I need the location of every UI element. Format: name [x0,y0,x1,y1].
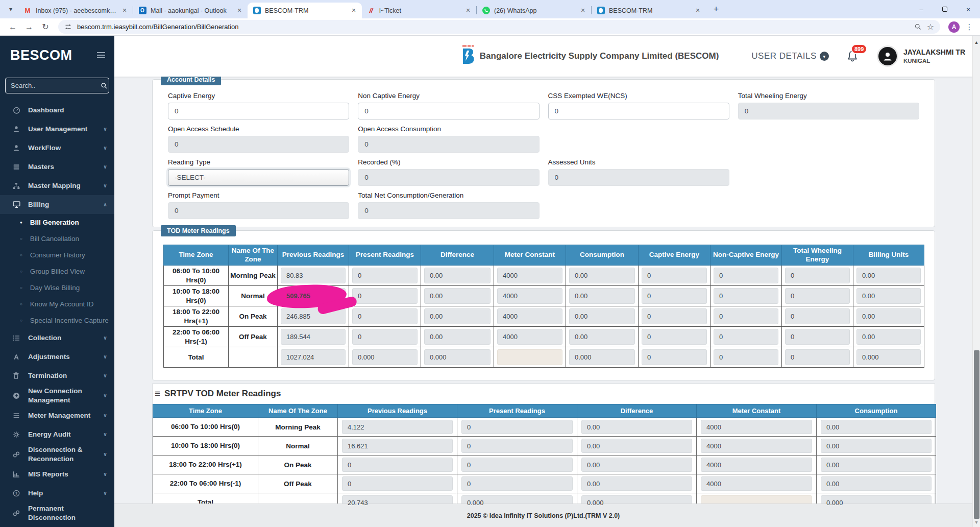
link-icon [12,450,21,459]
scrollbar-up-arrow[interactable]: ▲ [973,40,980,45]
field-non-captive-energy: Non Captive Energy [358,92,539,119]
bookmark-star-icon[interactable]: ☆ [927,22,934,32]
hamburger-menu-icon[interactable] [97,52,105,58]
tod-row-normal: 10:00 To 18:00 Hrs(0) Normal 509.765 0 0… [164,286,924,306]
chevron-down-icon: ∨ [103,183,107,188]
srtpv-row-off-peak: 22:00 To 06:00 Hrs(-1) Off Peak 0 0 0.00… [153,474,936,493]
browser-menu-icon[interactable]: ⋮ [964,22,975,32]
sidebar-item-dashboard[interactable]: Dashboard [0,101,114,119]
window-maximize-button[interactable] [933,0,957,18]
window-close-button[interactable]: × [957,0,980,18]
tod-meter-readings-card: TOD Meter Readings Time Zone Name Of The… [152,230,935,380]
css-exempted-input[interactable] [548,103,729,119]
bullet-icon: ○ [20,236,22,241]
bescom-icon [253,7,261,14]
url-text[interactable]: bescom.trm.ieasybill.com/BillGeneration/… [77,23,909,31]
org-branding: Bangalore Electricity Supply Company Lim… [460,45,719,67]
sidebar-subitem-know-my-account-id[interactable]: ○ Know My Account ID [0,296,114,312]
browser-tab-bescom-trm-active[interactable]: BESCOM-TRM × [248,3,362,18]
total-wheeling-energy-input [738,103,919,119]
field-recorded-percent: Recorded (%) [358,158,539,186]
page-scrollbar[interactable]: ▲ ▼ [972,36,980,527]
tab-title: BESCOM-TRM [265,7,346,14]
gauge-icon [12,106,21,114]
sidebar-subitem-day-wise-billing[interactable]: ○ Day Wise Billing [0,279,114,296]
account-details-card: Account Details Captive Energy Non Capti… [152,79,935,227]
chevron-down-icon: ∨ [103,145,107,151]
help-icon: ? [12,489,21,497]
sidebar-item-master-mapping[interactable]: Master Mapping ∨ [0,176,114,195]
notifications-bell[interactable]: 899 [846,50,859,63]
user-location: KUNIGAL [903,57,965,64]
bullet-icon: ○ [20,285,22,290]
sidebar-subitem-consumer-history[interactable]: ○ Consumer History [0,247,114,263]
open-access-consumption-input [358,136,539,153]
sidebar-item-meter-management[interactable]: Meter Management ∨ [0,406,114,425]
tab-title: BESCOM-TRM [609,7,690,14]
sidebar-item-permanent-disconnection[interactable]: Permanent Disconnection [0,502,114,523]
srtpv-row-morning-peak: 06:00 To 10:00 Hrs(0) Morning Peak 4.122… [153,418,936,437]
field-assessed-units: Assessed Units [548,158,729,186]
sidebar-item-billing[interactable]: Billing ∧ [0,195,114,214]
user-details-dropdown[interactable]: USER DETAILS ▾ [751,51,829,61]
forward-button[interactable]: → [21,20,37,34]
tab-search-button[interactable]: ▾ [3,2,18,17]
billing-submenu: ● Bill Generation ○ Bill Cancellation ○ … [0,214,114,328]
srtpv-table: Time Zone Name Of The Zone Previous Read… [153,404,936,512]
chevron-down-icon: ∨ [103,164,107,170]
reading-type-select[interactable]: -SELECT- [168,169,349,186]
browser-tab-iticket[interactable]: // i~Ticket × [362,3,476,18]
zoom-indicator-icon[interactable] [914,23,922,31]
sidebar-item-energy-audit[interactable]: Energy Audit ∨ [0,425,114,444]
sidebar-item-mis-reports[interactable]: MIS Reports ∨ [0,465,114,484]
tab-close-icon[interactable]: × [235,7,243,15]
reload-button[interactable]: ↻ [38,20,53,34]
field-open-access-schedule: Open Access Schedule [168,125,349,153]
bescom-logo [460,45,476,67]
plus-circle-icon [12,392,21,400]
layers-icon [12,163,21,171]
recorded-percent-input [358,169,539,186]
browser-tab-gmail[interactable]: M Inbox (975) - aeebescomkuniga × [18,3,133,18]
sidebar-item-adjustments[interactable]: Adjustments ∨ [0,347,114,366]
tab-close-icon[interactable]: × [579,7,587,15]
scrollbar-down-arrow[interactable]: ▼ [973,520,980,525]
tab-close-icon[interactable]: × [464,7,472,15]
sidebar-item-new-connection-management[interactable]: New Connection Management ∨ [0,385,114,406]
address-bar[interactable]: bescom.trm.ieasybill.com/BillGeneration/… [58,20,940,34]
sidebar-item-user-management[interactable]: User Management ∨ [0,119,114,138]
sidebar-subitem-bill-generation[interactable]: ● Bill Generation [0,214,114,230]
sidebar-subitem-special-incentive-capture[interactable]: ○ Special Incentive Capture [0,312,114,328]
field-total-wheeling-energy: Total Wheeling Energy [738,92,919,119]
chevron-down-icon: ∨ [103,490,107,496]
site-info-icon[interactable] [64,23,72,31]
browser-tab-bescom-trm-2[interactable]: BESCOM-TRM × [592,3,706,18]
sidebar-subitem-bill-cancellation[interactable]: ○ Bill Cancellation [0,230,114,247]
link-icon [12,509,21,517]
tab-close-icon[interactable]: × [120,7,129,15]
browser-tab-outlook[interactable]: O Mail - aaokunigal - Outlook × [133,3,248,18]
sidebar-search-input[interactable] [11,82,101,89]
sidebar-search[interactable] [5,78,109,93]
sidebar-item-termination[interactable]: Termination ∨ [0,366,114,385]
back-button[interactable]: ← [5,20,20,34]
sidebar-item-workflow[interactable]: WorkFlow ∨ [0,138,114,157]
window-minimize-button[interactable]: – [910,0,933,18]
captive-energy-input[interactable] [168,103,349,119]
new-tab-button[interactable]: + [709,2,723,16]
user-avatar[interactable] [877,45,898,67]
sidebar-item-disconnection-reconnection[interactable]: Disconnection & Reconnection ∨ [0,444,114,465]
sidebar-item-masters[interactable]: Masters ∨ [0,157,114,176]
sidebar-item-collection[interactable]: Collection ∨ [0,328,114,347]
scrollbar-thumb[interactable] [974,350,979,519]
sidebar-subitem-group-billed-view[interactable]: ○ Group Billed View [0,263,114,279]
tab-close-icon[interactable]: × [350,7,358,15]
gears-icon [12,430,21,439]
sidebar-item-help[interactable]: ? Help ∨ [0,484,114,502]
user-icon [12,144,21,152]
browser-tab-whatsapp[interactable]: (26) WhatsApp × [477,3,591,18]
non-captive-energy-input[interactable] [358,103,539,119]
tab-close-icon[interactable]: × [694,7,702,15]
browser-profile-avatar[interactable]: A [948,21,960,33]
chevron-down-icon: ▾ [820,52,829,61]
